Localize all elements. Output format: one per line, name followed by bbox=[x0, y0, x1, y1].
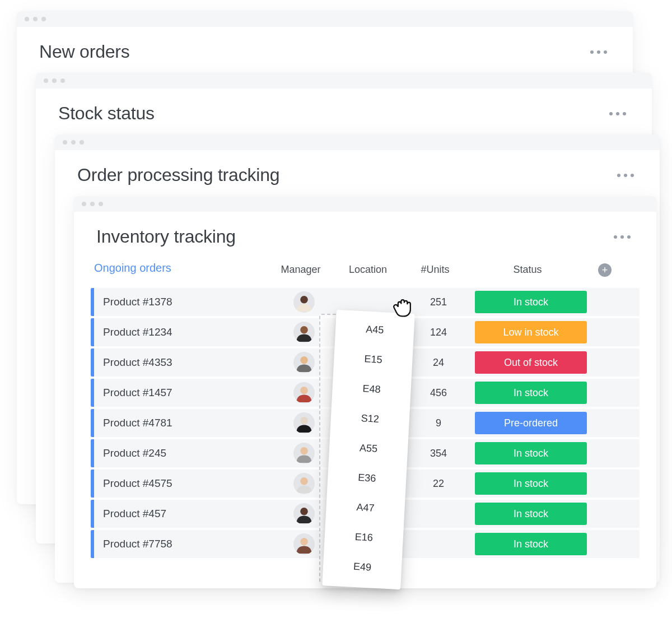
manager-cell[interactable] bbox=[273, 473, 335, 494]
avatar-icon bbox=[293, 352, 315, 373]
traffic-dot bbox=[33, 17, 38, 21]
product-name-cell: Product #1234 bbox=[94, 326, 273, 338]
status-cell[interactable]: Low in stock bbox=[469, 321, 592, 343]
status-badge: In stock bbox=[475, 533, 587, 555]
svg-point-11 bbox=[300, 447, 308, 455]
dragging-column-cell: A45 bbox=[335, 313, 415, 347]
window-titlebar bbox=[74, 196, 656, 212]
window-titlebar bbox=[55, 134, 660, 150]
traffic-dot bbox=[80, 140, 84, 145]
manager-cell[interactable] bbox=[273, 412, 335, 434]
traffic-dot bbox=[99, 202, 103, 206]
status-cell[interactable]: In stock bbox=[469, 533, 592, 555]
status-badge: In stock bbox=[475, 442, 587, 464]
units-cell: 24 bbox=[408, 357, 469, 369]
avatar-icon bbox=[293, 291, 315, 313]
status-badge: Low in stock bbox=[475, 321, 587, 343]
svg-point-5 bbox=[300, 356, 308, 364]
add-column-button[interactable]: + bbox=[598, 263, 612, 277]
status-badge: In stock bbox=[475, 382, 587, 404]
column-header-units[interactable]: #Units bbox=[404, 264, 466, 276]
traffic-dot bbox=[60, 78, 65, 83]
product-name-cell: Product #1378 bbox=[94, 296, 273, 308]
traffic-dot bbox=[71, 140, 76, 145]
dragging-column-cell: E36 bbox=[327, 461, 407, 495]
dragging-column-cell: E15 bbox=[333, 343, 413, 377]
traffic-dot bbox=[63, 140, 67, 145]
status-cell[interactable]: In stock bbox=[469, 291, 592, 313]
manager-cell[interactable] bbox=[273, 352, 335, 373]
status-cell[interactable]: Out of stock bbox=[469, 351, 592, 374]
column-header-status[interactable]: Status bbox=[466, 264, 589, 276]
manager-cell[interactable] bbox=[273, 322, 335, 343]
units-cell: 9 bbox=[408, 417, 469, 429]
svg-point-13 bbox=[300, 477, 308, 485]
avatar-icon bbox=[293, 322, 315, 343]
units-cell: 251 bbox=[408, 296, 469, 308]
svg-point-3 bbox=[300, 326, 308, 334]
manager-cell[interactable] bbox=[273, 443, 335, 464]
status-badge: Pre-ordered bbox=[475, 412, 587, 434]
svg-point-9 bbox=[300, 417, 308, 425]
manager-cell[interactable] bbox=[273, 291, 335, 313]
status-cell[interactable]: Pre-ordered bbox=[469, 412, 592, 434]
column-header-manager[interactable]: Manager bbox=[270, 264, 332, 276]
status-cell[interactable]: In stock bbox=[469, 382, 592, 404]
dragging-column-cell: A47 bbox=[325, 491, 405, 524]
window-title: Inventory tracking bbox=[96, 226, 236, 247]
dragging-location-column[interactable]: A45E15E48S12A55E36A47E16E49 bbox=[322, 310, 415, 590]
traffic-dot bbox=[90, 202, 95, 206]
avatar-icon bbox=[293, 382, 315, 403]
traffic-dot bbox=[52, 78, 57, 83]
traffic-dot bbox=[41, 17, 46, 21]
window-titlebar bbox=[36, 73, 652, 89]
svg-point-15 bbox=[300, 508, 308, 515]
product-name-cell: Product #245 bbox=[94, 447, 273, 459]
product-name-cell: Product #1457 bbox=[94, 387, 273, 399]
column-header-location[interactable]: Location bbox=[332, 264, 404, 276]
more-menu-button[interactable] bbox=[614, 170, 637, 180]
product-name-cell: Product #7758 bbox=[94, 538, 273, 550]
traffic-dot bbox=[25, 17, 29, 21]
status-badge: In stock bbox=[475, 503, 587, 525]
table-header-row: Ongoing orders Manager Location #Units S… bbox=[91, 257, 640, 288]
dragging-column-cell: E16 bbox=[324, 521, 404, 554]
product-name-cell: Product #457 bbox=[94, 508, 273, 520]
window-title: Stock status bbox=[58, 103, 155, 124]
more-menu-button[interactable] bbox=[606, 109, 629, 119]
more-menu-button[interactable] bbox=[610, 232, 634, 242]
window-title: New orders bbox=[39, 41, 130, 62]
section-label[interactable]: Ongoing orders bbox=[91, 257, 175, 282]
dragging-column-cell: E48 bbox=[332, 373, 412, 406]
units-cell: 22 bbox=[408, 478, 469, 490]
avatar-icon bbox=[293, 533, 315, 555]
more-menu-button[interactable] bbox=[587, 47, 610, 57]
status-badge: Out of stock bbox=[475, 351, 587, 374]
product-name-cell: Product #4353 bbox=[94, 356, 273, 369]
traffic-dot bbox=[44, 78, 48, 83]
avatar-icon bbox=[293, 503, 315, 524]
status-badge: In stock bbox=[475, 472, 587, 495]
dragging-column-cell: A55 bbox=[329, 431, 409, 465]
dragging-column-cell: S12 bbox=[330, 402, 410, 435]
status-cell[interactable]: In stock bbox=[469, 472, 592, 495]
product-name-cell: Product #4781 bbox=[94, 417, 273, 429]
product-name-cell: Product #4575 bbox=[94, 477, 273, 490]
avatar-icon bbox=[293, 412, 315, 434]
manager-cell[interactable] bbox=[273, 382, 335, 403]
status-badge: In stock bbox=[475, 291, 587, 313]
svg-point-7 bbox=[300, 387, 308, 394]
dragging-column-cell: E49 bbox=[323, 550, 403, 584]
svg-point-1 bbox=[300, 296, 308, 304]
status-cell[interactable]: In stock bbox=[469, 442, 592, 464]
units-cell: 124 bbox=[408, 327, 469, 338]
window-titlebar bbox=[17, 11, 633, 27]
traffic-dot bbox=[82, 202, 86, 206]
units-cell: 456 bbox=[408, 387, 469, 399]
window-title: Order processing tracking bbox=[77, 165, 279, 185]
status-cell[interactable]: In stock bbox=[469, 503, 592, 525]
avatar-icon bbox=[293, 473, 315, 494]
svg-point-17 bbox=[300, 538, 308, 546]
units-cell: 354 bbox=[408, 448, 469, 459]
avatar-icon bbox=[293, 443, 315, 464]
